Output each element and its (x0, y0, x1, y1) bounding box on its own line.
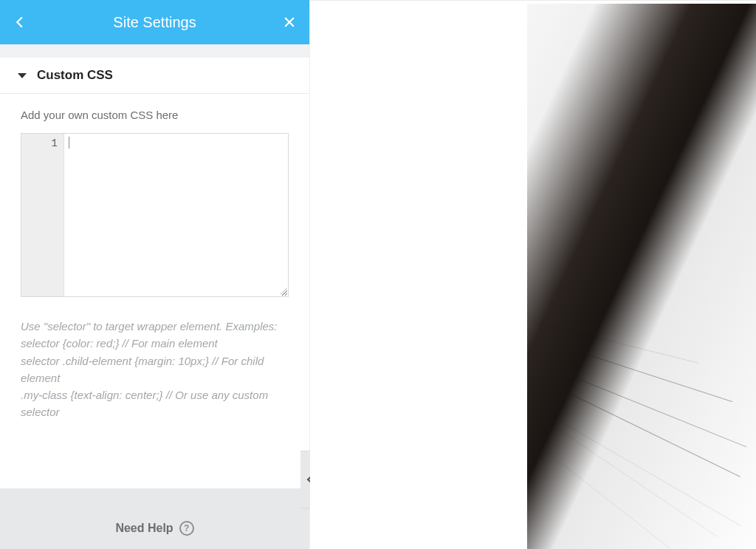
close-button[interactable] (283, 16, 296, 29)
selector-hint: Use "selector" to target wrapper element… (21, 318, 289, 421)
help-label: Need Help (115, 522, 173, 535)
section-description: Add your own custom CSS here (21, 109, 289, 121)
caret-down-icon (18, 73, 27, 78)
section-toggle-custom-css[interactable]: Custom CSS (0, 58, 309, 94)
preview-image (527, 4, 756, 549)
panel-title: Site Settings (27, 14, 283, 31)
section-body: Add your own custom CSS here 1 Use "sele… (0, 94, 309, 434)
sidebar-footer[interactable]: Need Help ? (0, 488, 309, 549)
close-icon (283, 16, 296, 29)
chevron-left-icon (13, 16, 27, 29)
section-title: Custom CSS (37, 68, 113, 83)
editor-gutter: 1 (21, 134, 64, 296)
line-number: 1 (21, 137, 58, 150)
text-cursor (69, 137, 69, 149)
editor-textarea[interactable] (64, 134, 288, 296)
header-spacer (0, 44, 309, 58)
app-root: Site Settings Custom CSS Add your own cu… (0, 0, 756, 549)
help-icon: ? (179, 521, 194, 536)
back-button[interactable] (13, 16, 27, 29)
settings-sidebar: Site Settings Custom CSS Add your own cu… (0, 0, 310, 549)
custom-css-editor[interactable]: 1 (21, 133, 289, 297)
page-preview[interactable] (310, 0, 756, 549)
sidebar-header: Site Settings (0, 0, 309, 44)
resize-handle[interactable] (278, 286, 286, 295)
